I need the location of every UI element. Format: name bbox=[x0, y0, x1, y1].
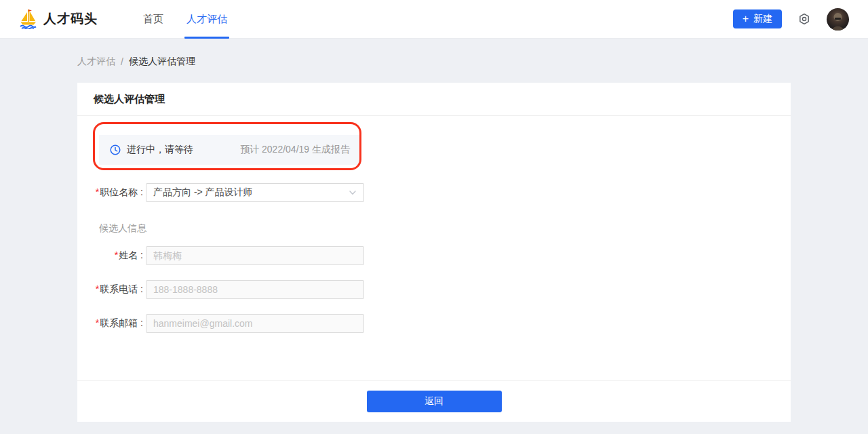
nav-item-home[interactable]: 首页 bbox=[132, 0, 175, 39]
required-asterisk: * bbox=[96, 186, 99, 197]
status-text: 进行中，请等待 bbox=[127, 144, 193, 156]
settings-gear-icon[interactable] bbox=[797, 12, 811, 26]
position-row: *职位名称 : 产品方向 -> 产品设计师 bbox=[94, 183, 774, 202]
position-select-value: 产品方向 -> 产品设计师 bbox=[153, 186, 253, 199]
chevron-down-icon bbox=[349, 189, 357, 197]
required-asterisk: * bbox=[115, 250, 118, 260]
card-header: 候选人评估管理 bbox=[77, 83, 791, 116]
back-button[interactable]: 返回 bbox=[367, 391, 502, 412]
new-button[interactable]: + 新建 bbox=[733, 9, 782, 28]
breadcrumb-separator: / bbox=[121, 56, 123, 67]
new-button-label: 新建 bbox=[753, 13, 772, 25]
name-label: *姓名 : bbox=[94, 250, 143, 262]
email-row: *联系邮箱 : bbox=[94, 314, 774, 333]
user-avatar[interactable] bbox=[827, 8, 849, 31]
status-eta: 预计 2022/04/19 生成报告 bbox=[240, 144, 350, 156]
required-asterisk: * bbox=[96, 317, 99, 328]
candidate-info-section-label: 候选人信息 bbox=[99, 222, 774, 235]
name-input[interactable] bbox=[146, 246, 364, 265]
position-select[interactable]: 产品方向 -> 产品设计师 bbox=[146, 183, 364, 202]
card-body: 进行中，请等待 预计 2022/04/19 生成报告 *职位名称 : 产品方向 … bbox=[77, 116, 791, 380]
position-label: *职位名称 : bbox=[94, 186, 143, 199]
nav-item-talent-assessment[interactable]: 人才评估 bbox=[175, 0, 239, 39]
email-input[interactable] bbox=[146, 314, 364, 333]
card-footer: 返回 bbox=[77, 380, 791, 422]
plus-icon: + bbox=[743, 14, 749, 24]
status-bar: 进行中，请等待 预计 2022/04/19 生成报告 bbox=[99, 135, 361, 165]
top-header: 人才码头 首页 人才评估 + 新建 bbox=[0, 0, 868, 39]
brand-name: 人才码头 bbox=[43, 10, 98, 28]
breadcrumb: 人才评估 / 候选人评估管理 bbox=[77, 56, 791, 68]
phone-label: *联系电话 : bbox=[94, 283, 143, 296]
card-title: 候选人评估管理 bbox=[94, 93, 165, 106]
candidate-form: *职位名称 : 产品方向 -> 产品设计师 候选人信息 *姓名 : *联系电话 … bbox=[94, 183, 774, 333]
header-right: + 新建 bbox=[733, 8, 849, 31]
boat-logo-icon bbox=[19, 9, 37, 29]
phone-row: *联系电话 : bbox=[94, 280, 774, 299]
breadcrumb-parent[interactable]: 人才评估 bbox=[77, 56, 115, 68]
name-row: *姓名 : bbox=[94, 246, 774, 265]
candidate-assessment-card: 候选人评估管理 进行中，请等待 预计 2022/04/19 生成报告 *职位名称… bbox=[77, 83, 791, 422]
brand[interactable]: 人才码头 bbox=[19, 9, 98, 29]
nav-item-talent-assessment-label: 人才评估 bbox=[186, 13, 227, 26]
status-section: 进行中，请等待 预计 2022/04/19 生成报告 bbox=[99, 135, 361, 165]
clock-icon bbox=[110, 144, 121, 155]
breadcrumb-current: 候选人评估管理 bbox=[129, 56, 195, 68]
email-label: *联系邮箱 : bbox=[94, 317, 143, 330]
main-nav: 首页 人才评估 bbox=[132, 0, 239, 39]
required-asterisk: * bbox=[96, 283, 99, 294]
phone-input[interactable] bbox=[146, 280, 364, 299]
nav-item-home-label: 首页 bbox=[143, 13, 163, 26]
avatar-silhouette bbox=[827, 8, 849, 31]
